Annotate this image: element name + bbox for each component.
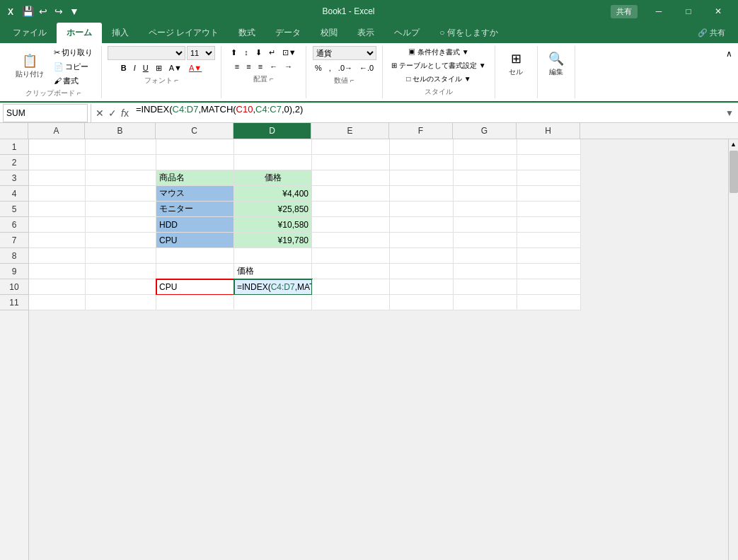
cell-f11[interactable] (390, 295, 454, 310)
cell-e9[interactable] (312, 264, 390, 279)
cell-h3[interactable] (517, 170, 581, 186)
cell-h1[interactable] (517, 139, 581, 155)
align-left-button[interactable]: ≡ (232, 60, 242, 73)
dec-dec-button[interactable]: ←.0 (357, 62, 376, 74)
row-header-6[interactable]: 6 (0, 217, 28, 233)
cell-c1[interactable] (156, 139, 234, 155)
cell-h8[interactable] (517, 248, 581, 264)
cell-f1[interactable] (390, 139, 454, 155)
formula-bar-expand[interactable]: ▼ (721, 108, 738, 118)
formula-input[interactable]: =INDEX(C4:D7,MATCH(C10,C4:C7,0),2) (133, 104, 721, 122)
bold-button[interactable]: B (118, 62, 129, 74)
cell-a11[interactable] (29, 295, 86, 310)
scroll-thumb[interactable] (730, 151, 738, 193)
cell-a2[interactable] (29, 155, 86, 170)
tab-data[interactable]: データ (265, 23, 311, 43)
font-name-select[interactable] (108, 46, 185, 60)
cell-b4[interactable] (86, 186, 156, 202)
cell-g9[interactable] (454, 264, 517, 279)
row-header-1[interactable]: 1 (0, 139, 28, 155)
col-header-c[interactable]: C (156, 123, 233, 139)
cell-a8[interactable] (29, 248, 86, 264)
cell-f4[interactable] (390, 186, 454, 202)
cell-b10[interactable] (86, 279, 156, 295)
cell-d10[interactable]: =INDEX(C4:D7,MATCH(C10,C4:C7,0),2) (234, 279, 312, 295)
row-header-3[interactable]: 3 (0, 170, 28, 186)
font-color-button[interactable]: A▼ (186, 62, 204, 74)
redo-icon[interactable]: ↪ (52, 5, 65, 18)
cell-g6[interactable] (454, 217, 517, 233)
cell-h9[interactable] (517, 264, 581, 279)
cell-d8[interactable] (234, 248, 312, 264)
tab-search[interactable]: ○ 何をしますか (429, 23, 508, 43)
italic-button[interactable]: I (131, 62, 139, 74)
cell-a5[interactable] (29, 202, 86, 217)
tab-page-layout[interactable]: ページ レイアウト (139, 23, 229, 43)
col-header-b[interactable]: B (85, 123, 156, 139)
percent-button[interactable]: % (312, 62, 325, 74)
cell-d3[interactable]: 価格 (234, 170, 312, 186)
table-format-button[interactable]: ⊞ テーブルとして書式設定 ▼ (388, 59, 488, 72)
cell-d5[interactable]: ¥25,850 (234, 202, 312, 217)
cell-e6[interactable] (312, 217, 390, 233)
cell-f10[interactable] (390, 279, 454, 295)
cell-g3[interactable] (454, 170, 517, 186)
cell-e2[interactable] (312, 155, 390, 170)
corner-cell[interactable] (0, 123, 28, 139)
tab-file[interactable]: ファイル (3, 23, 57, 43)
cell-e3[interactable] (312, 170, 390, 186)
row-header-4[interactable]: 4 (0, 186, 28, 202)
cell-a3[interactable] (29, 170, 86, 186)
cell-b11[interactable] (86, 295, 156, 310)
row-header-7[interactable]: 7 (0, 233, 28, 248)
row-header-8[interactable]: 8 (0, 248, 28, 264)
cell-c11[interactable] (156, 295, 234, 310)
dec-inc-button[interactable]: .0→ (335, 62, 355, 74)
cell-a7[interactable] (29, 233, 86, 248)
cell-a6[interactable] (29, 217, 86, 233)
cell-a9[interactable] (29, 264, 86, 279)
align-right-button[interactable]: ≡ (255, 60, 265, 73)
cell-b2[interactable] (86, 155, 156, 170)
tab-view[interactable]: 表示 (347, 23, 384, 43)
cell-b6[interactable] (86, 217, 156, 233)
cell-e5[interactable] (312, 202, 390, 217)
cell-c3[interactable]: 商品名 (156, 170, 234, 186)
cell-f2[interactable] (390, 155, 454, 170)
ribbon-share-button[interactable]: 🔗 共有 (698, 28, 725, 38)
format-painter-button[interactable]: 🖌 書式 (51, 74, 96, 87)
maximize-button[interactable]: □ (674, 0, 703, 23)
cell-d4[interactable]: ¥4,400 (234, 186, 312, 202)
cell-e8[interactable] (312, 248, 390, 264)
row-header-5[interactable]: 5 (0, 202, 28, 217)
close-button[interactable]: ✕ (704, 0, 732, 23)
cell-e7[interactable] (312, 233, 390, 248)
cell-g5[interactable] (454, 202, 517, 217)
comma-button[interactable]: , (326, 62, 334, 74)
cell-c2[interactable] (156, 155, 234, 170)
cell-g7[interactable] (454, 233, 517, 248)
paste-button[interactable]: 📋 貼り付け (11, 48, 48, 85)
vertical-scrollbar[interactable]: ▲ ▼ (728, 139, 738, 560)
cell-e1[interactable] (312, 139, 390, 155)
cell-e10[interactable] (312, 279, 390, 295)
tab-insert[interactable]: 挿入 (102, 23, 139, 43)
cell-f6[interactable] (390, 217, 454, 233)
cell-style-button[interactable]: □ セルのスタイル ▼ (403, 73, 474, 86)
edit-button[interactable]: 🔍 編集 (543, 46, 569, 83)
conditional-format-button[interactable]: ▣ 条件付き書式 ▼ (405, 46, 471, 59)
align-middle-button[interactable]: ↕ (241, 46, 251, 59)
align-bottom-button[interactable]: ⬇ (253, 46, 265, 59)
cell-e4[interactable] (312, 186, 390, 202)
cell-f9[interactable] (390, 264, 454, 279)
cancel-formula-icon[interactable]: ✕ (96, 107, 104, 119)
border-button[interactable]: ⊞ (153, 62, 165, 74)
row-header-11[interactable]: 11 (0, 295, 28, 310)
cell-b7[interactable] (86, 233, 156, 248)
cell-a1[interactable] (29, 139, 86, 155)
row-header-9[interactable]: 9 (0, 264, 28, 279)
cell-g8[interactable] (454, 248, 517, 264)
cell-c4[interactable]: マウス (156, 186, 234, 202)
cell-b9[interactable] (86, 264, 156, 279)
row-header-2[interactable]: 2 (0, 155, 28, 170)
